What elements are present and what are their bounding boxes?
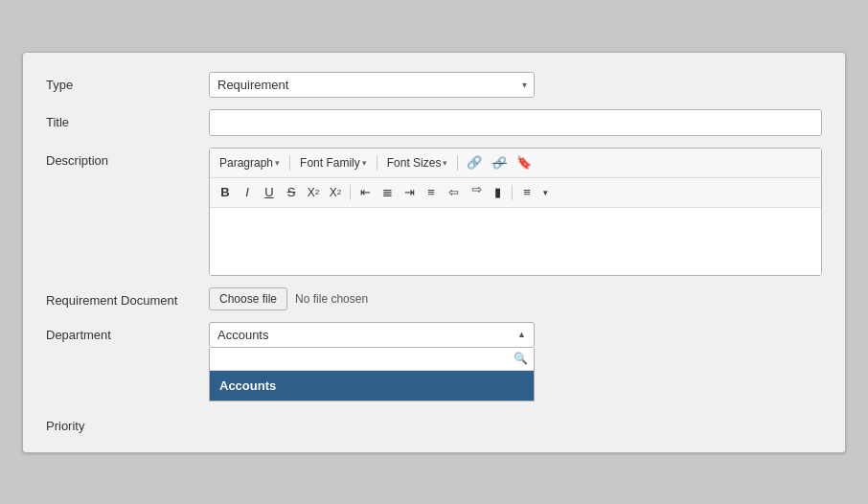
description-label: Description <box>46 148 209 168</box>
justify-button[interactable]: ≡ <box>422 182 441 203</box>
department-control: Accounts ▲ 🔍 Accounts <box>209 322 822 401</box>
department-value: Accounts <box>217 328 268 342</box>
font-family-select[interactable]: Font Family ▾ <box>296 154 371 172</box>
font-family-label: Font Family <box>300 156 360 170</box>
choose-file-button[interactable]: Choose file <box>209 287 287 310</box>
subscript-button[interactable]: X2 <box>304 182 323 203</box>
toolbar-separator-1 <box>289 155 290 171</box>
editor-wrapper: Paragraph ▾ Font Family ▾ Font Sizes ▾ 🔗 <box>209 148 822 276</box>
bold-button[interactable]: B <box>216 182 235 203</box>
paragraph-select[interactable]: Paragraph ▾ <box>216 154 284 172</box>
search-icon: 🔍 <box>514 352 528 365</box>
font-family-dropdown-arrow-icon: ▾ <box>362 158 367 168</box>
form-container: Type Requirement Bug Feature Task ▾ Titl… <box>22 52 846 453</box>
requirement-doc-label: Requirement Document <box>46 287 209 308</box>
department-select-wrapper: Accounts ▲ <box>209 322 535 348</box>
link-button[interactable]: 🔗 <box>464 152 485 173</box>
list-dropdown-arrow-icon[interactable]: ▾ <box>539 182 551 203</box>
type-select[interactable]: Requirement Bug Feature Task <box>209 72 535 98</box>
type-select-wrapper: Requirement Bug Feature Task ▾ <box>209 72 535 98</box>
bookmark-button[interactable]: 🔖 <box>514 152 535 173</box>
title-label: Title <box>46 109 209 129</box>
indent-right-button[interactable]: ⇦ <box>466 182 485 203</box>
indent-left-button[interactable]: ⇦ <box>444 182 463 203</box>
underline-button[interactable]: U <box>260 182 279 203</box>
description-row: Description Paragraph ▾ Font Family ▾ <box>46 148 822 276</box>
toolbar-separator-3 <box>457 155 458 171</box>
description-control: Paragraph ▾ Font Family ▾ Font Sizes ▾ 🔗 <box>209 148 822 276</box>
department-select-display[interactable]: Accounts ▲ <box>210 323 534 347</box>
paragraph-dropdown-arrow-icon: ▾ <box>275 158 280 168</box>
department-search-row: 🔍 <box>210 348 534 371</box>
superscript-button[interactable]: X2 <box>326 182 345 203</box>
type-row: Type Requirement Bug Feature Task ▾ <box>46 72 822 98</box>
align-right-button[interactable]: ⇥ <box>400 182 419 203</box>
department-dropdown: 🔍 Accounts <box>209 348 535 401</box>
department-arrow-icon: ▲ <box>517 330 526 339</box>
toolbar-separator-5 <box>512 185 513 200</box>
department-label: Department <box>46 322 209 342</box>
editor-toolbar-bottom: B I U S X2 X2 ⇤ ≣ ⇥ ≡ ⇦ ⇦ ▮ ≡ <box>210 178 821 208</box>
editor-toolbar-top: Paragraph ▾ Font Family ▾ Font Sizes ▾ 🔗 <box>210 149 821 178</box>
italic-button[interactable]: I <box>238 182 257 203</box>
file-row: Choose file No file chosen <box>209 287 822 310</box>
no-file-text: No file chosen <box>295 292 368 306</box>
align-center-button[interactable]: ≣ <box>377 182 397 203</box>
font-sizes-select[interactable]: Font Sizes ▾ <box>383 154 452 172</box>
toolbar-separator-2 <box>377 155 377 171</box>
priority-row: Priority <box>46 413 822 433</box>
department-row: Department Accounts ▲ 🔍 Accounts <box>46 322 822 401</box>
strikethrough-button[interactable]: S <box>282 182 301 203</box>
align-left-button[interactable]: ⇤ <box>355 182 375 203</box>
department-option-accounts[interactable]: Accounts <box>210 371 534 401</box>
block-button[interactable]: ▮ <box>488 182 507 203</box>
department-search-input[interactable] <box>216 352 510 366</box>
paragraph-label: Paragraph <box>219 156 273 170</box>
toolbar-separator-4 <box>350 185 351 200</box>
title-input[interactable] <box>209 109 822 136</box>
unlink-button[interactable]: 🔗 <box>489 152 510 173</box>
list-button[interactable]: ≡ <box>517 182 537 203</box>
title-row: Title <box>46 109 822 136</box>
priority-label: Priority <box>46 413 209 433</box>
editor-body[interactable] <box>210 208 821 275</box>
title-control <box>209 109 822 136</box>
font-sizes-label: Font Sizes <box>387 156 442 170</box>
font-sizes-dropdown-arrow-icon: ▾ <box>443 158 447 168</box>
type-label: Type <box>46 72 209 92</box>
requirement-doc-control: Choose file No file chosen <box>209 287 822 310</box>
requirement-doc-row: Requirement Document Choose file No file… <box>46 287 822 310</box>
type-control: Requirement Bug Feature Task ▾ <box>209 72 822 98</box>
